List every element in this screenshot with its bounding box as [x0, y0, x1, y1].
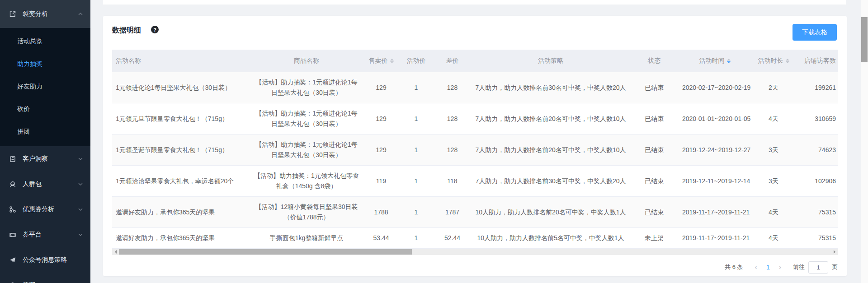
- help-icon[interactable]: ?: [151, 26, 159, 33]
- cell-price_diff: 128: [433, 103, 472, 135]
- paper-plane-icon: [9, 256, 16, 264]
- cell-duration: 3天: [751, 135, 796, 166]
- column-header-name: 活动名称: [112, 50, 250, 72]
- cell-name: 1元领进化论1每日坚果大礼包（30日装）: [112, 72, 250, 103]
- cell-strategy: 10人助力，助力人数排名前20名可中奖，中奖人数1人: [472, 197, 630, 228]
- sidebar-group-customer-insight[interactable]: 客户洞察: [0, 146, 90, 172]
- cell-visitors: 102906: [796, 166, 838, 197]
- cell-visitors: 74623: [796, 135, 838, 166]
- pagination-goto-label: 前往: [793, 263, 805, 271]
- cell-activity_price: 1: [399, 72, 433, 103]
- cell-duration: 4天: [751, 103, 796, 135]
- table-row: 1元领洽洽坚果零食大礼包，幸运名额20个【活动】助力抽奖：1元领大礼包零食礼盒（…: [112, 166, 838, 197]
- horizontal-scrollbar[interactable]: [112, 249, 838, 255]
- sidebar-item-activity-overview[interactable]: 活动总览: [0, 30, 90, 52]
- cell-activity_price: 1: [399, 103, 433, 135]
- cell-product: 【活动】助力抽奖：1元领进化论1每日坚果大礼包（30日装）: [250, 103, 363, 135]
- sidebar-group-label: 公众号消息策略: [23, 256, 83, 264]
- chevron-down-icon: [78, 156, 83, 162]
- cell-sell_price: 53.44: [363, 228, 399, 249]
- column-header-duration[interactable]: 活动时长: [751, 50, 796, 72]
- sidebar-group-coupon-analysis[interactable]: 优惠券分析: [0, 197, 90, 222]
- cell-time: 2020-02-17~2020-02-19: [679, 72, 751, 103]
- cell-activity_price: 1: [399, 135, 433, 166]
- sidebar: 裂变分析 活动总览 助力抽奖 好友助力 砍价 拼团 客户洞察 人群包 优惠券分析…: [0, 0, 90, 283]
- table-header: 活动名称商品名称售卖价活动价差价活动策略状态活动时间活动时长店铺访客数: [112, 50, 838, 72]
- table-body: 1元领进化论1每日坚果大礼包（30日装）【活动】助力抽奖：1元领进化论1每日坚果…: [112, 72, 838, 249]
- cell-sell_price: 129: [363, 72, 399, 103]
- cell-sell_price: 129: [363, 135, 399, 166]
- sidebar-group-label: 券平台: [23, 231, 78, 239]
- column-header-strategy: 活动策略: [472, 50, 630, 72]
- cell-price_diff: 52.44: [433, 228, 472, 249]
- cell-sell_price: 129: [363, 103, 399, 135]
- card-header: 数据明细 ? 下载表格: [112, 16, 838, 50]
- sidebar-item-group-buy[interactable]: 拼团: [0, 120, 90, 143]
- scroll-right-arrow-icon[interactable]: [831, 249, 838, 255]
- cell-activity_price: 1: [399, 166, 433, 197]
- clipboard-icon: [9, 155, 16, 162]
- sort-carets-icon[interactable]: [390, 57, 394, 65]
- sort-carets-icon[interactable]: [786, 57, 789, 65]
- cell-status: 已结束: [630, 72, 679, 103]
- cell-sell_price: 1788: [363, 197, 399, 228]
- previous-card-bottom-strip: [103, 0, 846, 5]
- cell-duration: 2天: [751, 72, 796, 103]
- column-header-visitors: 店铺访客数: [796, 50, 838, 72]
- user-icon: [9, 181, 16, 188]
- table-row: 1元领元旦节限量零食大礼包！（715g）【活动】助力抽奖：1元领进化论1每日坚果…: [112, 103, 838, 135]
- download-table-button[interactable]: 下载表格: [793, 24, 837, 41]
- vertical-scrollbar-thumb[interactable]: [861, 17, 868, 62]
- data-table-wrapper: 活动名称商品名称售卖价活动价差价活动策略状态活动时间活动时长店铺访客数 1元领进…: [112, 50, 838, 249]
- pagination: 共 6 条 ‹ 1 › 前往 页: [112, 261, 838, 274]
- sort-carets-icon[interactable]: [727, 57, 731, 65]
- pagination-page-1[interactable]: 1: [762, 264, 774, 271]
- table-row: 1元领圣诞节限量零食大礼包！（715g）【活动】助力抽奖：1元领进化论1每日坚果…: [112, 135, 838, 166]
- table-row: 邀请好友助力，承包你365天的坚果【活动】12箱小黄袋每日坚果30日装（价值17…: [112, 197, 838, 228]
- sidebar-group-official-account-message[interactable]: 公众号消息策略: [0, 247, 90, 273]
- cell-duration: 3天: [751, 166, 796, 197]
- cell-product: 【活动】12箱小黄袋每日坚果30日装（价值1788元）: [250, 197, 363, 228]
- cell-strategy: 7人助力，助力人数排名前30名可中奖，中奖人数20人: [472, 72, 630, 103]
- cell-status: 已结束: [630, 166, 679, 197]
- vertical-scrollbar[interactable]: [861, 0, 868, 283]
- sidebar-group-label: 人群包: [23, 180, 78, 188]
- cell-price_diff: 1787: [433, 197, 472, 228]
- sidebar-group-audience-pack[interactable]: 人群包: [0, 172, 90, 197]
- cell-time: 2019-12-11~2019-12-14: [679, 166, 751, 197]
- sidebar-group-label: 管理: [23, 281, 78, 283]
- cell-status: 已结束: [630, 135, 679, 166]
- horizontal-scrollbar-thumb[interactable]: [119, 249, 412, 255]
- column-header-sell_price[interactable]: 售卖价: [363, 50, 399, 72]
- cell-visitors: 310659: [796, 103, 838, 135]
- cell-name: 邀请好友助力，承包你365天的坚果: [112, 197, 250, 228]
- pagination-goto-input[interactable]: [808, 261, 828, 274]
- cell-strategy: 7人助力，助力人数排名前20名可中奖，中奖人数10人: [472, 103, 630, 135]
- sidebar-group-label: 客户洞察: [23, 155, 78, 163]
- cell-price_diff: 128: [433, 72, 472, 103]
- sidebar-group-coupon-platform[interactable]: 券平台: [0, 222, 90, 247]
- chevron-down-icon: [78, 207, 83, 212]
- ticket-icon: [9, 231, 16, 238]
- cell-price_diff: 128: [433, 135, 472, 166]
- cell-activity_price: 1: [399, 197, 433, 228]
- sidebar-item-friend-boost[interactable]: 好友助力: [0, 75, 90, 97]
- column-header-time[interactable]: 活动时间: [679, 50, 751, 72]
- cell-product: 【活动】助力抽奖：1元领进化论1每日坚果大礼包（30日装）: [250, 72, 363, 103]
- sidebar-item-bargain[interactable]: 砍价: [0, 97, 90, 120]
- pagination-total: 共 6 条: [725, 263, 743, 271]
- column-header-price_diff: 差价: [433, 50, 472, 72]
- cell-status: 已结束: [630, 197, 679, 228]
- sidebar-group-fission-analysis[interactable]: 裂变分析: [0, 0, 90, 28]
- cell-activity_price: 1: [399, 228, 433, 249]
- scroll-left-arrow-icon[interactable]: [112, 249, 118, 255]
- cell-visitors: 75315: [796, 197, 838, 228]
- external-link-icon: [9, 10, 16, 18]
- pagination-prev-icon[interactable]: ‹: [750, 261, 762, 274]
- sidebar-group-management[interactable]: 管理: [0, 273, 90, 283]
- cell-product: 【活动】助力抽奖：1元领大礼包零食礼盒（1450g 含8袋）: [250, 166, 363, 197]
- column-header-status: 状态: [630, 50, 679, 72]
- sidebar-item-boost-lottery[interactable]: 助力抽奖: [0, 52, 90, 75]
- pagination-next-icon[interactable]: ›: [774, 261, 786, 274]
- pagination-unit-label: 页: [832, 263, 838, 271]
